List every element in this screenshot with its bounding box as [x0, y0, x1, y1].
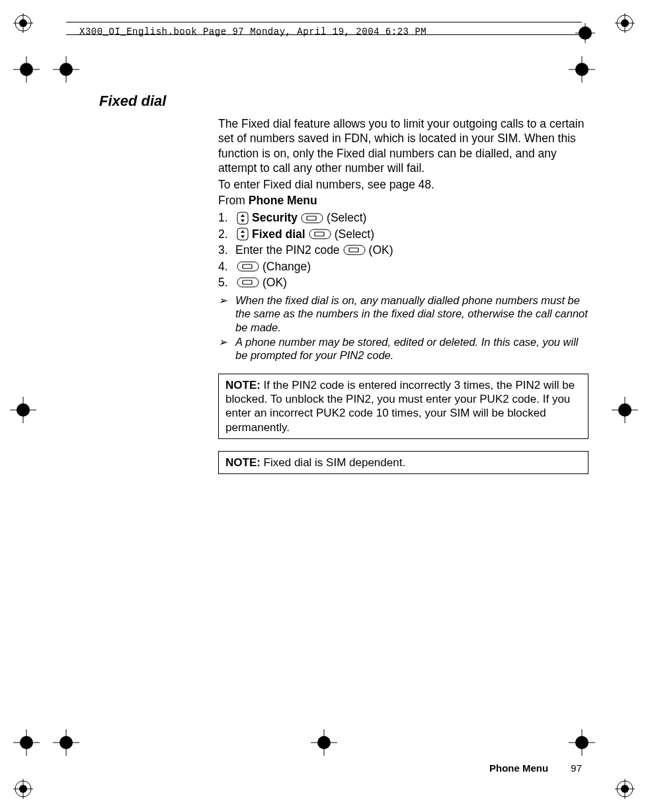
svg-rect-51 [237, 228, 248, 240]
note-text: If the PIN2 code is entered incorrectly … [225, 379, 575, 434]
section-title: Fixed dial [99, 93, 588, 110]
step-item: 5. (OK) [218, 275, 588, 290]
print-header-text: X300_OI_English.book Page 97 Monday, Apr… [79, 26, 426, 37]
note-box: NOTE: If the PIN2 code is entered incorr… [218, 374, 588, 439]
svg-rect-56 [344, 245, 365, 255]
bullet-marker-icon: ➢ [218, 294, 235, 307]
step-item: 4. (Change) [218, 259, 588, 274]
crop-mark-icon [13, 13, 33, 33]
intro-paragraph: The Fixed dial feature allows you to lim… [218, 116, 588, 176]
note-text: Fixed dial is SIM dependent. [261, 456, 405, 469]
softkey-icon [237, 277, 259, 288]
note-box: NOTE: Fixed dial is SIM dependent. [218, 451, 588, 474]
softkey-icon [237, 261, 259, 272]
step-number: 2. [218, 227, 235, 241]
svg-marker-47 [241, 214, 245, 217]
crop-mark-icon [612, 397, 638, 423]
footer-page-number: 97 [571, 762, 582, 774]
step-number: 1. [218, 210, 235, 225]
print-header: X300_OI_English.book Page 97 Monday, Apr… [66, 22, 582, 35]
step-suffix: (Select) [327, 210, 366, 225]
svg-rect-50 [307, 216, 316, 220]
softkey-icon [343, 245, 366, 255]
svg-marker-53 [241, 235, 245, 238]
step-label: Fixed dial [252, 227, 305, 241]
note-label: NOTE: [225, 379, 261, 391]
svg-rect-61 [243, 280, 252, 284]
crop-mark-icon [10, 397, 36, 423]
step-plain: Enter the PIN2 code [235, 243, 340, 257]
from-line: From Phone Menu [218, 193, 588, 208]
svg-rect-54 [309, 229, 331, 239]
crop-mark-icon [615, 779, 635, 799]
softkey-icon [301, 213, 323, 223]
svg-rect-60 [237, 278, 259, 287]
svg-rect-58 [237, 262, 259, 271]
from-prefix: From [218, 194, 249, 207]
body-text: The Fixed dial feature allows you to lim… [218, 116, 588, 474]
bullet-item: ➢ When the fixed dial is on, any manuall… [218, 294, 588, 333]
step-suffix: (OK) [263, 275, 287, 290]
svg-rect-55 [315, 232, 324, 236]
step-suffix: (Change) [263, 259, 311, 274]
step-item: 1. Security (Select) [218, 210, 588, 225]
svg-marker-52 [241, 230, 245, 233]
step-item: 2. Fixed dial (Select) [218, 227, 588, 241]
from-menu: Phone Menu [249, 194, 317, 207]
nav-updown-icon [237, 212, 249, 225]
intro-paragraph-2: To enter Fixed dial numbers, see page 48… [218, 177, 588, 192]
step-item: 3. Enter the PIN2 code (OK) [218, 243, 588, 257]
crop-mark-icon [569, 56, 595, 83]
bullet-text: When the fixed dial is on, any manually … [235, 294, 588, 333]
step-label: Security [252, 210, 298, 225]
crop-mark-icon [569, 729, 595, 756]
step-suffix: (Select) [335, 227, 374, 241]
svg-rect-46 [237, 212, 248, 224]
svg-rect-59 [243, 264, 252, 268]
svg-rect-49 [302, 214, 323, 223]
page-footer: Phone Menu 97 [0, 762, 582, 774]
step-number: 4. [218, 259, 235, 274]
crop-mark-icon [53, 729, 79, 756]
crop-mark-icon [311, 729, 337, 756]
svg-marker-48 [241, 220, 245, 222]
crop-mark-icon [13, 779, 33, 799]
footer-section: Phone Menu [489, 762, 548, 774]
softkey-icon [309, 229, 331, 239]
step-suffix: (OK) [369, 243, 393, 257]
steps-list: 1. Security (Select) 2. [218, 210, 588, 290]
note-label: NOTE: [225, 456, 261, 469]
nav-updown-icon [237, 227, 249, 241]
bullet-text: A phone number may be stored, edited or … [235, 335, 588, 362]
bullet-marker-icon: ➢ [218, 335, 235, 348]
bullet-list: ➢ When the fixed dial is on, any manuall… [218, 294, 588, 362]
bullet-item: ➢ A phone number may be stored, edited o… [218, 335, 588, 362]
crop-mark-icon [53, 56, 79, 83]
crop-mark-icon [615, 13, 635, 33]
page-content: Fixed dial The Fixed dial feature allows… [99, 93, 588, 474]
crop-mark-icon [13, 56, 40, 83]
crop-mark-icon [13, 729, 40, 756]
svg-rect-57 [349, 248, 358, 252]
step-number: 5. [218, 275, 235, 290]
step-number: 3. [218, 243, 235, 257]
